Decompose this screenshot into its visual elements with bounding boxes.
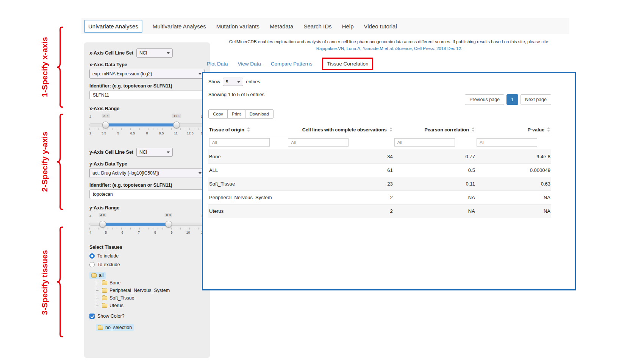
tab-video-tutorial[interactable]: Video tutorial bbox=[364, 23, 397, 30]
page-1-button[interactable]: 1 bbox=[506, 94, 518, 105]
y-axis-cell-line-set-label: y-Axis Cell Line Set bbox=[89, 150, 133, 155]
table-row[interactable]: Uterus 2 NA NA bbox=[208, 204, 551, 218]
copy-button[interactable]: Copy bbox=[208, 109, 228, 119]
subtab-tissue-correlation[interactable]: Tissue Correlation bbox=[322, 58, 373, 70]
show-color-label: Show Color? bbox=[97, 314, 125, 319]
filter-tissue-input[interactable] bbox=[209, 138, 270, 147]
cell-count: 23 bbox=[287, 177, 394, 191]
sort-icon[interactable] bbox=[547, 127, 550, 132]
page-size-value: 5 bbox=[226, 80, 228, 84]
tree-item-bone[interactable]: Bone bbox=[100, 279, 122, 286]
tab-mutation-variants[interactable]: Mutation variants bbox=[216, 23, 259, 30]
selection-tree: no_selection bbox=[96, 324, 205, 331]
table-row[interactable]: Bone 34 0.77 9.4e-8 bbox=[208, 150, 551, 164]
y-axis-range-slider[interactable]: 4 4.8 8.8 11 4 5 6 7 8 9 10 11 bbox=[89, 214, 205, 237]
filter-pvalue-input[interactable] bbox=[477, 138, 537, 147]
table-row[interactable]: Peripheral_Nervous_System 2 NA NA bbox=[208, 191, 551, 204]
tab-univariate-analyses[interactable]: Univariate Analyses bbox=[84, 20, 142, 33]
column-header-p-value[interactable]: P-value bbox=[476, 124, 551, 136]
annotation-brace-step1 bbox=[56, 27, 64, 108]
cell-count: 34 bbox=[287, 150, 394, 164]
tissue-tree-children: Bone Peripheral_Nervous_System Soft_Tiss… bbox=[96, 279, 205, 309]
previous-page-button[interactable]: Previous page bbox=[465, 94, 504, 105]
cell-pearson: NA bbox=[394, 204, 476, 218]
cell-count: 2 bbox=[287, 204, 394, 218]
filter-pearson-input[interactable] bbox=[394, 138, 455, 147]
annotation-brace-step2 bbox=[56, 114, 64, 210]
slider-tick-label: 12.5 bbox=[187, 131, 194, 135]
x-range-left-handle[interactable] bbox=[102, 122, 109, 128]
cell-count: 61 bbox=[287, 164, 394, 177]
x-identifier-label: Identifier: (e.g. topotecan or SLFN11) bbox=[89, 83, 205, 89]
subtab-plot-data[interactable]: Plot Data bbox=[207, 61, 228, 67]
filter-cell-lines-input[interactable] bbox=[288, 138, 349, 147]
column-header-tissue-of-origin[interactable]: Tissue of origin bbox=[208, 124, 287, 136]
subtab-view-data[interactable]: View Data bbox=[238, 61, 261, 67]
checkbox-checked-icon bbox=[89, 314, 95, 319]
to-include-radio[interactable]: To include bbox=[89, 253, 205, 259]
cell-tissue: Soft_Tissue bbox=[208, 177, 287, 191]
tree-item-peripheral-nervous-system[interactable]: Peripheral_Nervous_System bbox=[100, 287, 172, 294]
sort-icon[interactable] bbox=[389, 127, 393, 132]
y-axis-cell-line-set-select[interactable]: NCI bbox=[136, 148, 173, 157]
tab-help[interactable]: Help bbox=[342, 23, 354, 30]
tree-item-label: Peripheral_Nervous_System bbox=[109, 288, 170, 293]
page-size-select[interactable]: 5 bbox=[223, 78, 243, 86]
next-page-button[interactable]: Next page bbox=[521, 94, 551, 105]
cell-pvalue: NA bbox=[476, 191, 551, 204]
sort-icon[interactable] bbox=[247, 127, 250, 132]
subtab-compare-patterns[interactable]: Compare Patterns bbox=[271, 61, 313, 67]
slider-selected-range bbox=[103, 223, 169, 226]
analysis-control-panel: x-Axis Cell Line Set NCI x-Axis Data Typ… bbox=[84, 42, 210, 358]
slider-selected-range bbox=[106, 123, 177, 126]
tree-item-soft-tissue[interactable]: Soft_Tissue bbox=[100, 295, 136, 301]
x-axis-data-type-select[interactable]: exp: mRNA Expression (log2) bbox=[89, 69, 205, 79]
slider-tick-label: 5 bbox=[105, 231, 107, 234]
column-header-pearson-correlation[interactable]: Pearson correlation bbox=[394, 124, 476, 136]
y-range-low-value: 4.8 bbox=[98, 213, 106, 217]
x-range-high-value: 11.1 bbox=[172, 114, 181, 118]
citation-reference-link[interactable]: Rajapakse.VN, Luna.A, Yamade.M et al. iS… bbox=[206, 46, 572, 51]
slider-tick-label: 11 bbox=[174, 131, 177, 135]
column-header-label: Pearson correlation bbox=[424, 127, 469, 133]
to-include-label: To include bbox=[97, 253, 119, 259]
table-row[interactable]: Soft_Tissue 23 0.11 0.63 bbox=[208, 177, 551, 191]
tree-item-all[interactable]: all bbox=[89, 272, 106, 279]
export-button-group: Copy Print Download bbox=[208, 109, 273, 119]
show-color-checkbox[interactable]: Show Color? bbox=[89, 314, 205, 319]
tab-metadata[interactable]: Metadata bbox=[270, 23, 294, 30]
tab-multivariate-analyses[interactable]: Multivariate Analyses bbox=[153, 23, 206, 30]
print-button[interactable]: Print bbox=[227, 109, 245, 119]
cell-count: 2 bbox=[287, 191, 394, 204]
select-tissues-label: Select Tissues bbox=[89, 245, 205, 250]
y-axis-data-type-select[interactable]: act: Drug Activity (-log10[IC50M]) bbox=[89, 168, 205, 178]
folder-icon bbox=[102, 289, 107, 293]
x-axis-range-slider[interactable]: 2 3.7 11.1 14 2 3.5 5 6.5 8 9.5 11 12.5 … bbox=[89, 114, 205, 138]
chevron-down-icon bbox=[167, 151, 170, 153]
tree-item-no-selection[interactable]: no_selection bbox=[96, 324, 134, 331]
x-range-right-handle[interactable] bbox=[173, 122, 180, 128]
entries-label: entries bbox=[246, 79, 260, 84]
x-axis-cell-line-set-label: x-Axis Cell Line Set bbox=[89, 50, 133, 56]
x-axis-cell-line-set-value: NCI bbox=[139, 50, 147, 56]
download-button[interactable]: Download bbox=[245, 109, 274, 119]
x-identifier-input[interactable] bbox=[89, 90, 205, 100]
slider-tick-marks bbox=[89, 128, 205, 130]
cell-tissue: Peripheral_Nervous_System bbox=[208, 191, 287, 204]
table-panel-content: Show 5 entries Showing 1 to 5 of 5 entri… bbox=[208, 78, 551, 218]
y-identifier-input[interactable] bbox=[89, 189, 205, 199]
chevron-down-icon bbox=[199, 172, 202, 174]
table-row[interactable]: ALL 61 0.5 0.000049 bbox=[208, 164, 551, 177]
tree-item-uterus[interactable]: Uterus bbox=[100, 302, 125, 309]
slider-tick-label: 5 bbox=[117, 131, 119, 135]
sort-icon[interactable] bbox=[472, 127, 475, 132]
top-navigation-bar: Univariate Analyses Multivariate Analyse… bbox=[81, 18, 569, 34]
tab-search-ids[interactable]: Search IDs bbox=[303, 23, 331, 30]
x-axis-cell-line-set-select[interactable]: NCI bbox=[136, 48, 173, 58]
to-exclude-radio[interactable]: To exclude bbox=[89, 262, 205, 267]
annotation-step2-label: 2-Specify y-axis bbox=[40, 128, 50, 196]
column-header-cell-lines[interactable]: Cell lines with complete observations bbox=[287, 124, 394, 136]
y-range-left-handle[interactable] bbox=[99, 221, 106, 228]
y-range-right-handle[interactable] bbox=[165, 221, 172, 228]
folder-icon bbox=[102, 304, 107, 308]
